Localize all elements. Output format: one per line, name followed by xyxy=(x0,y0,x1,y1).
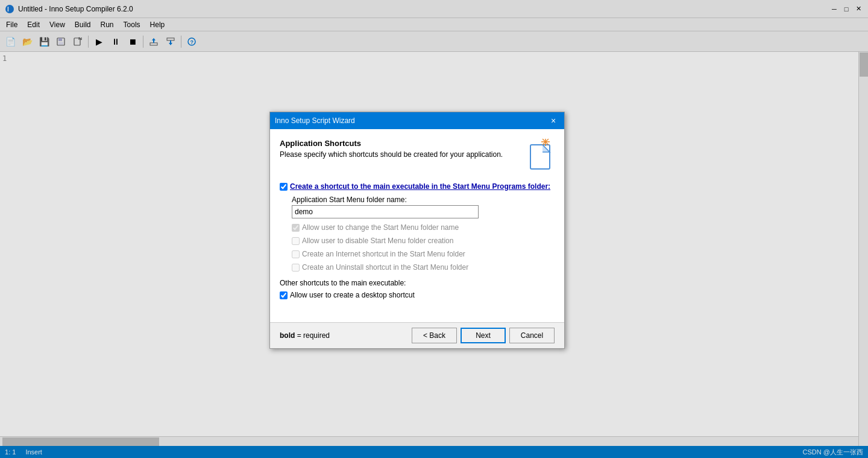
allow-change-label[interactable]: Allow user to change the Start Menu fold… xyxy=(302,223,459,232)
folder-name-label: Application Start Menu folder name: xyxy=(292,196,555,204)
dialog-content: Application Shortcuts Please specify whi… xyxy=(270,129,564,322)
dialog-footer: bold = required < Back Next Cancel xyxy=(270,322,564,348)
start-menu-label[interactable]: Create a shortcut to the main executable… xyxy=(290,182,550,191)
dialog-title: Inno Setup Script Wizard xyxy=(275,116,355,125)
dialog-header-text: Application Shortcuts Please specify whi… xyxy=(280,139,503,159)
allow-disable-label[interactable]: Allow user to disable Start Menu folder … xyxy=(302,237,453,245)
desktop-shortcut-checkbox[interactable] xyxy=(280,291,288,299)
cancel-button[interactable]: Cancel xyxy=(509,328,555,343)
uninstall-shortcut-checkbox-row: Create an Uninstall shortcut in the Star… xyxy=(292,263,555,272)
uninstall-shortcut-checkbox[interactable] xyxy=(292,264,300,272)
desktop-shortcut-checkbox-row: Allow user to create a desktop shortcut xyxy=(280,291,555,299)
allow-disable-checkbox-row: Allow user to disable Start Menu folder … xyxy=(292,237,555,245)
other-shortcuts-label: Other shortcuts to the main executable: xyxy=(280,279,555,287)
desktop-shortcut-label[interactable]: Allow user to create a desktop shortcut xyxy=(290,291,415,299)
allow-change-checkbox[interactable] xyxy=(292,224,300,232)
dialog-titlebar: Inno Setup Script Wizard × xyxy=(270,112,564,129)
footer-buttons: < Back Next Cancel xyxy=(412,328,555,343)
wizard-dialog: Inno Setup Script Wizard × Application S… xyxy=(269,112,565,349)
back-button[interactable]: < Back xyxy=(412,328,457,343)
footer-hint-bold: bold xyxy=(280,331,295,340)
internet-shortcut-checkbox[interactable] xyxy=(292,250,300,258)
internet-shortcut-checkbox-row: Create an Internet shortcut in the Start… xyxy=(292,250,555,258)
wizard-icon xyxy=(526,139,555,173)
start-menu-checkbox-row: Create a shortcut to the main executable… xyxy=(280,182,555,191)
allow-disable-checkbox[interactable] xyxy=(292,237,300,245)
footer-hint-normal: = required xyxy=(295,331,330,340)
dialog-header: Application Shortcuts Please specify whi… xyxy=(280,139,555,173)
footer-hint: bold = required xyxy=(280,331,330,340)
dialog-section-title: Application Shortcuts xyxy=(280,139,503,148)
start-menu-checkbox[interactable] xyxy=(280,183,288,191)
internet-shortcut-label[interactable]: Create an Internet shortcut in the Start… xyxy=(302,250,465,258)
sub-checkboxes: Allow user to change the Start Menu fold… xyxy=(292,223,555,272)
dialog-section-subtitle: Please specify which shortcuts should be… xyxy=(280,150,503,159)
allow-change-checkbox-row: Allow user to change the Start Menu fold… xyxy=(292,223,555,232)
dialog-close-button[interactable]: × xyxy=(547,115,559,127)
folder-name-input[interactable] xyxy=(292,205,479,218)
next-button[interactable]: Next xyxy=(461,328,506,343)
uninstall-shortcut-label[interactable]: Create an Uninstall shortcut in the Star… xyxy=(302,263,468,272)
svg-rect-13 xyxy=(530,145,550,169)
